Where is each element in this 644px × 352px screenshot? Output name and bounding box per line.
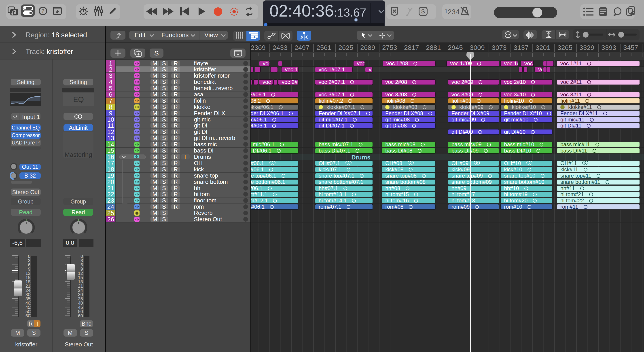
svg-text:S: S (421, 8, 425, 15)
svg-text:?: ? (41, 8, 44, 14)
